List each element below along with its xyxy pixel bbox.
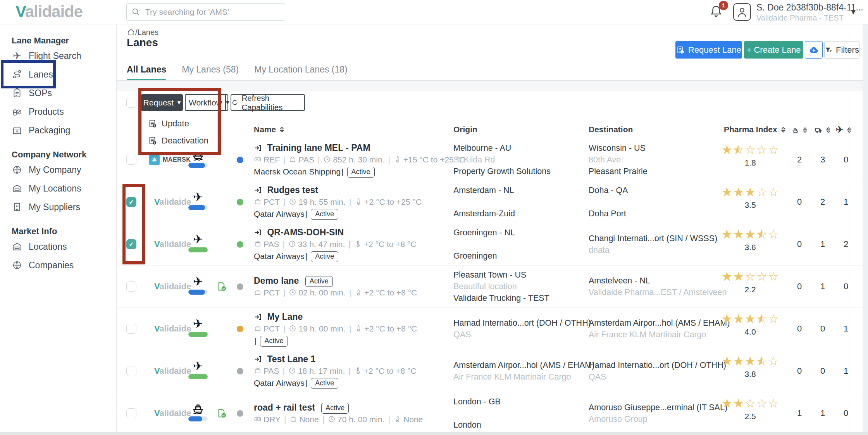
lane-name-link[interactable]: Demo lane Active [254,274,450,287]
lane-checkbox[interactable]: ✓ [126,155,136,165]
lane-carrier: |Active [254,335,450,347]
status-badge: Active [260,336,288,347]
request-lane-button[interactable]: Request Lane [675,41,742,59]
create-lane-label: + Create Lane [746,45,801,55]
pharma-rating: ★☆★☆★☆★☆★☆ 3.8 [713,350,787,392]
workflow-dropdown-button[interactable]: Workflow▾ [185,94,228,111]
column-header-origin[interactable]: Origin [453,120,477,139]
column-header-name[interactable]: Name [254,120,286,139]
lane-name-link[interactable]: QR-AMS-DOH-SIN [254,226,450,238]
column-header-truck[interactable] [813,120,832,139]
sidebar-item-lanes[interactable]: Lanes [0,65,116,84]
star-icon: ★☆ [756,143,768,157]
pharma-rating: ★☆★☆★☆★☆★☆ 4.0 [713,308,787,350]
page-title: Lanes [127,36,158,49]
user-menu[interactable]: S. Doe 2b38f30b-88f4-11... Validaide Pha… [756,3,863,22]
workflow-label: Workflow [186,95,226,110]
star-icon: ★☆ [756,270,768,283]
lane-title: QR-AMS-DOH-SIN [267,227,344,237]
vertical-scrollbar[interactable] [863,24,868,435]
lane-checkbox[interactable]: ✓ [126,197,136,207]
transport-icon: ✈ [186,190,210,204]
column-header-plane[interactable]: ✈ [836,120,853,139]
chevron-down-icon[interactable]: ▾ [851,6,856,17]
column-header-destination[interactable]: Destination [589,120,633,139]
enter-icon [254,228,262,237]
sidebar-section-title: Market Info [0,226,116,237]
filter-icon [825,46,832,54]
sidebar-item-my-company[interactable]: My Company [0,161,116,179]
lanes-table: ✓ MAERSK Training lane MEL - PAM REF|PAS… [117,139,863,435]
star-icon: ★☆ [744,270,756,283]
lane-checkbox[interactable]: ✓ [126,324,136,334]
tab-my-location-lanes-18[interactable]: My Location Lanes (18) [254,64,347,81]
rating-value: 2.5 [713,412,787,421]
lane-carrier: Qatar Airways|Active [254,208,450,220]
sort-icon [846,126,853,134]
enter-icon [254,312,262,321]
ship-count: 2 [788,139,811,181]
destination-cell: Hamad Internatio...ort (DOH / OTHH)QAS [589,350,711,392]
lane-checkbox[interactable]: ✓ [126,366,136,376]
menu-item-update[interactable]: Update [142,115,217,132]
lane-name-link[interactable]: Rudges test [254,184,450,196]
origin-cell: Hamad Internatio...ort (DOH / OTHH)QAS [453,308,585,350]
plane-icon: ✈ [193,359,203,373]
sidebar-item-packaging[interactable]: Packaging [0,121,116,140]
lane-checkbox[interactable]: ✓ [126,281,136,292]
table-header: Name Origin Destination Pharma Index ✈ [117,120,863,139]
star-rating: ★☆★☆★☆★☆★☆ [713,228,787,241]
plane-icon: ✈ [193,190,203,204]
plane-count: 1 [834,181,858,223]
star-icon: ★☆ [733,355,744,368]
truck-count: 0 [811,308,834,350]
plane-icon: ✈ [193,275,203,289]
select-all-checkbox[interactable]: ✓ [126,98,136,108]
location-line: Hamad Internatio...ort (DOH / OTHH) [589,359,711,371]
location-line: Groeningen - NL [453,227,585,238]
ship-count: 0 [788,223,811,265]
sidebar-item-companies[interactable]: Companies [0,256,116,274]
ship-count: 0 [788,350,811,392]
lane-name-link[interactable]: road + rail test Active [254,401,450,414]
search-input[interactable] [145,7,280,17]
warehouse-icon [12,183,22,193]
tab-my-lanes-58[interactable]: My Lanes (58) [182,64,239,81]
lane-checkbox[interactable]: ✓ [126,239,136,249]
ship-icon [191,402,205,415]
lane-checkbox[interactable]: ✓ [126,408,136,418]
lane-name-link[interactable]: My Lane [254,311,450,323]
location-line: Amsterdam - NL [453,185,585,196]
location-line: dnata [589,244,711,256]
status-badge: Active [321,403,349,414]
refresh-capabilities-button[interactable]: Refresh Capabilities [231,94,305,111]
lane-name-link[interactable]: Training lane MEL - PAM [254,142,450,154]
create-lane-button[interactable]: + Create Lane [744,41,803,59]
refresh-icon [231,98,238,107]
sidebar-item-my-locations[interactable]: My Locations [0,179,116,198]
progress-bar [188,416,208,421]
star-icon: ★☆ [744,355,756,368]
location-line: Validaide Pharma...EST / Amstelveen [589,287,711,298]
lane-name-link[interactable]: Test Lane 1 [254,353,450,365]
download-button[interactable] [805,41,823,59]
tab-all-lanes[interactable]: All Lanes [127,64,166,81]
filters-button[interactable]: Filters [824,41,859,59]
sidebar-item-sops[interactable]: SOPs [0,84,116,102]
location-line [453,407,585,419]
sidebar-item-my-suppliers[interactable]: My Suppliers [0,198,116,216]
transport-cell: ✈ [186,223,210,265]
sidebar-item-flight-search[interactable]: ✈Flight Search [0,47,116,65]
transport-icon [186,402,210,416]
menu-item-deactivation[interactable]: Deactivation [142,132,217,149]
validaide-logo-text: Validaide [154,239,191,249]
truck-count: 1 [811,266,834,307]
column-header-pharma-index[interactable]: Pharma Index [724,120,787,139]
sidebar-item-locations[interactable]: Locations [0,237,116,256]
request-dropdown-button[interactable]: Request▾ [141,94,183,111]
rating-value: 3.6 [713,243,787,252]
avatar[interactable] [733,3,751,21]
breadcrumb[interactable]: /Lanes [127,28,158,37]
sidebar-item-products[interactable]: Products [0,102,116,121]
column-header-ship[interactable] [789,120,809,139]
